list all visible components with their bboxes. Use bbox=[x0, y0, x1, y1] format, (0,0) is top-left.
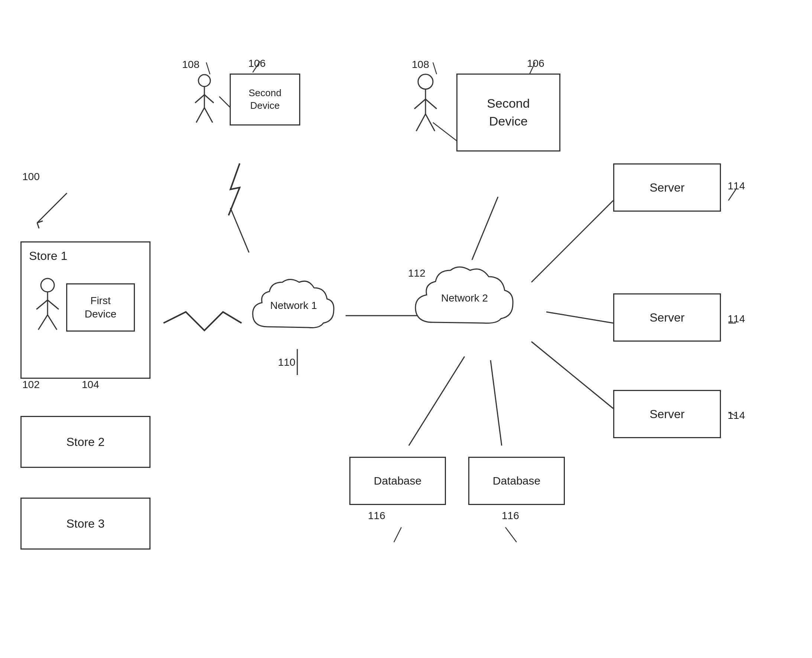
stick-figure-small-108 bbox=[190, 72, 223, 132]
network2-cloud: Network 2 bbox=[409, 260, 520, 342]
svg-line-39 bbox=[416, 114, 426, 131]
ref-116-2: 116 bbox=[502, 510, 519, 522]
svg-text:Network 1: Network 1 bbox=[270, 300, 317, 311]
second-device-large-label: SecondDevice bbox=[487, 95, 529, 130]
svg-line-1 bbox=[37, 221, 43, 223]
second-device-large-box: SecondDevice bbox=[456, 74, 561, 152]
svg-line-37 bbox=[415, 99, 426, 109]
svg-line-6 bbox=[531, 201, 613, 282]
server3-box: Server bbox=[613, 390, 721, 438]
ref-108-small: 108 bbox=[182, 59, 199, 70]
svg-line-34 bbox=[204, 108, 212, 122]
ref-114-2: 114 bbox=[728, 313, 745, 325]
svg-line-33 bbox=[196, 108, 204, 122]
svg-point-29 bbox=[198, 75, 210, 86]
network1-cloud: Network 1 bbox=[245, 271, 342, 345]
svg-line-31 bbox=[195, 95, 204, 103]
first-device-label: FirstDevice bbox=[85, 294, 117, 321]
svg-line-10 bbox=[490, 360, 502, 446]
store1-box: Store 1 FirstDevice bbox=[20, 241, 151, 379]
second-device-small-label: SecondDevice bbox=[249, 87, 281, 112]
first-device-box: FirstDevice bbox=[66, 283, 135, 332]
ref-108-large: 108 bbox=[412, 59, 429, 70]
ref-104: 102 bbox=[22, 379, 40, 391]
svg-line-0 bbox=[37, 193, 67, 223]
ref-100: 100 bbox=[22, 171, 40, 183]
ref-116-1: 116 bbox=[368, 510, 385, 522]
database1-label: Database bbox=[374, 475, 421, 487]
ref-110: 110 bbox=[278, 356, 295, 368]
store3-box: Store 3 bbox=[20, 498, 151, 550]
store2-box: Store 2 bbox=[20, 416, 151, 468]
svg-line-25 bbox=[36, 300, 47, 309]
database1-box: Database bbox=[349, 457, 446, 505]
svg-point-23 bbox=[41, 279, 54, 292]
lightning-bolt bbox=[219, 160, 256, 219]
server2-label: Server bbox=[650, 311, 685, 324]
server1-box: Server bbox=[613, 163, 721, 212]
svg-line-8 bbox=[531, 342, 613, 409]
svg-line-2 bbox=[37, 223, 39, 229]
store3-label: Store 3 bbox=[66, 517, 104, 531]
svg-line-5 bbox=[472, 197, 498, 260]
server1-label: Server bbox=[650, 181, 685, 194]
svg-line-38 bbox=[426, 99, 437, 109]
svg-line-27 bbox=[38, 315, 47, 330]
diagram-container: 100 Store 1 FirstDevice 102 104 Store 2 … bbox=[0, 0, 812, 658]
ref-114-1: 114 bbox=[728, 180, 745, 192]
store2-label: Store 2 bbox=[66, 435, 104, 449]
svg-line-26 bbox=[47, 300, 59, 309]
ref-106-small: 106 bbox=[248, 58, 266, 69]
server3-label: Server bbox=[650, 407, 685, 421]
second-device-small-box: SecondDevice bbox=[230, 74, 300, 125]
svg-text:Network 2: Network 2 bbox=[441, 292, 488, 304]
ref-114-3: 114 bbox=[728, 410, 745, 421]
ref-106-large: 106 bbox=[527, 58, 544, 69]
svg-line-22 bbox=[506, 527, 517, 542]
database2-box: Database bbox=[468, 457, 565, 505]
svg-line-21 bbox=[394, 527, 401, 542]
database2-label: Database bbox=[493, 475, 540, 487]
ref-112: 112 bbox=[408, 267, 426, 279]
ref-102: 104 bbox=[82, 379, 99, 391]
stick-figure-large-108 bbox=[409, 72, 446, 139]
svg-line-9 bbox=[409, 356, 465, 446]
svg-point-35 bbox=[418, 74, 433, 89]
svg-line-7 bbox=[546, 312, 613, 323]
svg-line-32 bbox=[204, 95, 214, 103]
svg-line-28 bbox=[47, 315, 57, 330]
svg-line-40 bbox=[426, 114, 435, 131]
store1-label: Store 1 bbox=[29, 249, 67, 263]
server2-box: Server bbox=[613, 293, 721, 342]
